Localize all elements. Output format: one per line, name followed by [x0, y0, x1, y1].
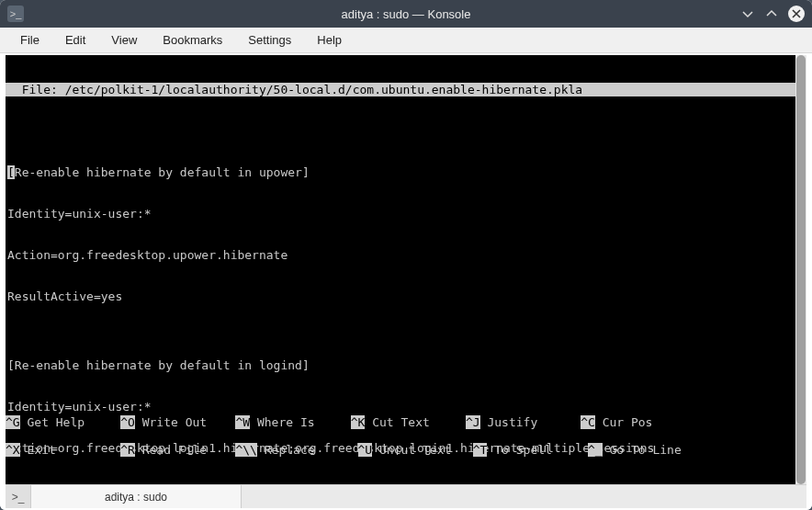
scrollbar[interactable] — [795, 55, 806, 484]
tab-active[interactable]: aditya : sudo — [31, 485, 242, 508]
menu-help[interactable]: Help — [304, 29, 355, 51]
editor-line: ResultActive=yes — [6, 289, 795, 303]
tabbar: >_ aditya : sudo — [6, 484, 806, 508]
terminal-content[interactable]: File: /etc/polkit-1/localauthority/50-lo… — [6, 55, 795, 484]
menu-settings[interactable]: Settings — [235, 29, 304, 51]
window-title: aditya : sudo — Konsole — [342, 7, 471, 21]
app-icon: >_ — [7, 6, 24, 22]
minimize-button[interactable] — [740, 6, 755, 21]
terminal-icon: >_ — [12, 491, 25, 504]
menubar: File Edit View Bookmarks Settings Help — [0, 28, 812, 53]
tab-label: aditya : sudo — [105, 491, 167, 504]
menu-view[interactable]: View — [98, 29, 150, 51]
nano-shortcuts: ^G Get Help ^O Write Out ^W Where Is ^K … — [6, 402, 784, 484]
new-tab-button[interactable]: >_ — [6, 485, 31, 508]
window-controls — [740, 6, 805, 22]
editor-line: Identity=unix-user:* — [6, 207, 795, 221]
close-button[interactable] — [788, 6, 805, 22]
nano-header: File: /etc/polkit-1/localauthority/50-lo… — [6, 83, 795, 96]
konsole-window: >_ aditya : sudo — Konsole File Edit Vie… — [0, 0, 812, 510]
editor-line — [6, 124, 795, 138]
titlebar[interactable]: >_ aditya : sudo — Konsole — [0, 0, 812, 28]
editor-line: Action=org.freedesktop.upower.hibernate — [6, 248, 795, 262]
terminal-container: File: /etc/polkit-1/localauthority/50-lo… — [0, 53, 812, 510]
editor-line: [Re-enable hibernate by default in upowe… — [6, 165, 795, 179]
scrollbar-thumb[interactable] — [796, 55, 806, 484]
maximize-button[interactable] — [764, 6, 779, 21]
text-cursor: [ — [7, 165, 15, 179]
menu-edit[interactable]: Edit — [52, 29, 98, 51]
menu-file[interactable]: File — [7, 29, 52, 51]
editor-line: [Re-enable hibernate by default in login… — [6, 358, 795, 372]
terminal[interactable]: File: /etc/polkit-1/localauthority/50-lo… — [6, 55, 806, 484]
file-path: /etc/polkit-1/localauthority/50-local.d/… — [65, 83, 583, 96]
menu-bookmarks[interactable]: Bookmarks — [150, 29, 235, 51]
